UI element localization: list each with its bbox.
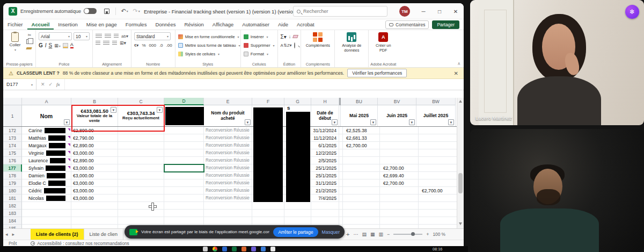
cell-bv185[interactable] <box>380 225 419 228</box>
column-header-c[interactable]: C <box>118 98 164 105</box>
cell-a185[interactable] <box>22 225 71 228</box>
cell-d183[interactable] <box>164 210 204 217</box>
cell-bw185[interactable] <box>419 225 458 228</box>
cell-g183[interactable] <box>284 210 311 217</box>
insert-function-icon[interactable]: fx <box>56 82 60 87</box>
cell-bw172[interactable] <box>419 127 458 134</box>
minimize-button[interactable]: ─ <box>415 3 431 19</box>
row-header-179[interactable]: 179 <box>3 179 22 187</box>
search-box[interactable] <box>293 6 387 17</box>
hide-banner-link[interactable]: Masquer <box>322 229 340 235</box>
row-header-181[interactable]: 181 <box>3 195 22 202</box>
normal-view-icon[interactable]: ▤ <box>362 232 367 237</box>
cell-bu180[interactable] <box>343 187 380 195</box>
column-header-b[interactable]: B <box>71 98 118 105</box>
cell-bv183[interactable] <box>380 210 419 217</box>
taskbar-app-icon-3[interactable] <box>222 247 227 251</box>
cell-bu181[interactable] <box>343 195 380 202</box>
close-button[interactable]: ✕ <box>448 3 464 19</box>
cell-f184[interactable] <box>252 217 284 225</box>
select-all-corner[interactable] <box>3 98 22 105</box>
new-sheet-button[interactable]: + <box>346 231 349 237</box>
create-pdf-button[interactable]: A Créer un PDF <box>371 32 395 53</box>
cell-bw184[interactable] <box>419 217 458 225</box>
align-center-icon[interactable] <box>103 41 109 46</box>
merge-center-icon[interactable]: ⊞▾ <box>120 40 126 46</box>
cell-bw173[interactable] <box>419 134 458 142</box>
cell-e181[interactable]: Reconversion Réussie <box>204 195 252 202</box>
cell-a172[interactable]: Carine <box>22 127 71 134</box>
font-size-select[interactable]: 10▾ <box>74 32 90 40</box>
cell-b183[interactable] <box>71 210 118 217</box>
sort-filter-icon[interactable]: A⇅Z▾ <box>281 43 292 48</box>
thousands-format-icon[interactable]: 000 <box>149 43 156 48</box>
cell-bw178[interactable] <box>419 172 458 179</box>
cell-e176[interactable]: Reconversion Réussie <box>204 157 252 164</box>
avatar[interactable]: TM <box>399 6 410 17</box>
align-bottom-icon[interactable] <box>114 34 119 39</box>
zoom-slider-knob[interactable] <box>411 232 415 236</box>
cell-e178[interactable]: Reconversion Réussie <box>204 172 252 179</box>
cell-bv1[interactable]: Juin 2025 ▾ <box>378 105 416 126</box>
cell-h175[interactable]: 12/2/2025 <box>311 149 339 157</box>
cancel-entry-icon[interactable]: ✕ <box>41 82 45 87</box>
cell-bw174[interactable] <box>419 142 458 149</box>
cell-bv184[interactable] <box>380 217 419 225</box>
cell-h176[interactable]: 2/5/2025 <box>311 157 339 164</box>
row-header-178[interactable]: 178 <box>3 172 22 179</box>
cell-bw181[interactable] <box>419 195 458 202</box>
font-color-icon[interactable]: A <box>70 42 74 48</box>
cell-d178[interactable] <box>164 172 204 179</box>
document-title[interactable]: Entreprise - Financial tracking sheet (v… <box>144 3 302 19</box>
cell-bw1[interactable]: Juillet 2025 ▾ <box>416 105 456 126</box>
copy-icon[interactable] <box>26 39 31 44</box>
filter-dropdown-icon[interactable]: ▾ <box>409 119 415 125</box>
zoom-level[interactable]: 100 % <box>433 232 445 237</box>
cell-b180[interactable]: €3,000.00 <box>71 187 118 195</box>
cell-e182[interactable] <box>204 202 252 210</box>
cell-bv173[interactable] <box>380 134 419 142</box>
row-header-185[interactable]: 185 <box>3 225 22 228</box>
currency-format-icon[interactable]: €▾ <box>134 43 138 48</box>
fill-color-icon[interactable] <box>63 43 68 48</box>
row-header-184[interactable]: 184 <box>3 217 22 225</box>
column-header-d[interactable]: D <box>164 98 204 105</box>
autosum-icon[interactable]: Σ▾ <box>281 34 287 40</box>
taskbar-app-icon-6[interactable] <box>251 247 256 251</box>
participant-video-top[interactable]: Lucero Martinez ❄ <box>470 0 644 125</box>
cell-e1[interactable]: Nom du produit acheté ▾ <box>204 105 252 126</box>
zoom-in-icon[interactable]: + <box>426 232 429 237</box>
cell-h178[interactable]: 25/1/2025 <box>311 172 339 179</box>
cell-b175[interactable]: €3,000.00 <box>71 149 118 157</box>
align-right-icon[interactable] <box>112 41 117 46</box>
cell-d176[interactable] <box>164 157 204 164</box>
scrollbar-thumb[interactable] <box>458 173 463 193</box>
cell-h183[interactable] <box>311 210 339 217</box>
tab-formules[interactable]: Formules <box>121 19 151 30</box>
cell-h174[interactable]: 6/1/2025 <box>311 142 339 149</box>
cell-bu185[interactable] <box>343 225 380 228</box>
cell-a175[interactable]: Virginie <box>22 149 71 157</box>
row-header-177[interactable]: 177 <box>3 164 22 172</box>
cell-bw183[interactable] <box>419 210 458 217</box>
tab-automatiser[interactable]: Automatiser <box>238 19 274 30</box>
cell-bu172[interactable]: €2,525.38 <box>343 127 380 134</box>
taskbar-app-icon-4[interactable] <box>232 247 237 251</box>
tab-aide[interactable]: Aide <box>274 19 292 30</box>
cell-b177[interactable]: €3,000.00 <box>71 164 118 172</box>
cell-c176[interactable] <box>118 157 164 164</box>
cell-bv172[interactable] <box>380 127 419 134</box>
sheet-tab-liste-de-clients-2[interactable]: Liste de clients (2) <box>31 229 84 240</box>
column-header-h[interactable]: H <box>311 98 339 105</box>
cell-bw177[interactable] <box>419 164 458 172</box>
taskbar-app-icon-2[interactable] <box>213 247 217 251</box>
cell-d180[interactable] <box>164 187 204 195</box>
row-header-175[interactable]: 175 <box>3 149 22 157</box>
cell-bu177[interactable] <box>343 164 380 172</box>
column-header-f[interactable]: F <box>252 98 284 105</box>
taskbar-app-icon-7[interactable] <box>261 247 266 251</box>
cell-e180[interactable]: Reconversion Réussie <box>204 187 252 195</box>
cell-d173[interactable] <box>164 134 204 142</box>
column-header-bv[interactable]: BV <box>378 98 416 105</box>
filter-dropdown-icon[interactable]: ▾ <box>370 119 376 125</box>
